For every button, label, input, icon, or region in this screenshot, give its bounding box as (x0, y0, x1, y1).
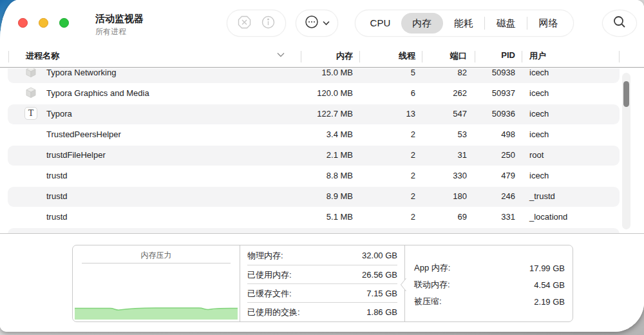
process-name-cell: Typora (46, 104, 72, 124)
extension-cube-icon (24, 68, 39, 80)
ports-cell: 69 (458, 207, 467, 227)
tab-energy[interactable]: 能耗 (443, 13, 485, 34)
zoom-button[interactable] (59, 18, 69, 28)
pid-cell: 246 (501, 186, 515, 207)
stat-label: 物理内存: (247, 250, 283, 262)
stat-value: 7.15 GB (366, 289, 397, 298)
tab-memory[interactable]: 内存 (401, 13, 443, 34)
tab-network[interactable]: 网络 (527, 13, 569, 34)
memory-stats-box: 内存压力 物理内存:32.00 GB 已使用内存:26.56 GB 已缓存文件:… (72, 245, 573, 322)
process-name-cell: trustd (46, 207, 68, 227)
threads-cell: 5 (411, 68, 415, 83)
stat-value: 32.00 GB (362, 251, 397, 260)
pid-cell: 498 (501, 124, 515, 145)
typora-app-icon: T (24, 107, 39, 121)
threads-cell: 2 (411, 186, 415, 207)
window-title: 活动监视器 (95, 13, 144, 25)
stat-row: 已使用内存:26.56 GB (247, 265, 397, 284)
stat-row: 联动内存:4.54 GB (414, 276, 565, 293)
sort-chevron-down-icon[interactable] (277, 50, 285, 59)
stat-value: 26.56 GB (362, 270, 397, 280)
threads-cell: 2 (411, 145, 415, 166)
scrollbar-track[interactable] (622, 73, 630, 229)
scrollbar-thumb[interactable] (623, 81, 629, 107)
ellipsis-circle-icon (304, 14, 319, 32)
stat-value: 17.99 GB (529, 263, 565, 273)
column-header-threads[interactable]: 线程 (399, 50, 415, 62)
search-icon (612, 15, 627, 32)
column-divider (619, 51, 620, 62)
column-header-user[interactable]: 用户 (529, 50, 546, 62)
table-row[interactable]: trustd8.9 MB2180246_trustd (0, 186, 644, 207)
memory-cell: 5.1 MB (327, 207, 353, 227)
process-name-cell: trustd (46, 166, 68, 186)
threads-cell: 2 (411, 166, 415, 186)
stat-row: 已缓存文件:7.15 GB (247, 284, 397, 303)
memory-cell: 122.7 MB (317, 104, 353, 124)
table-rows: Typora Networking15.0 MB58250938icechTyp… (0, 68, 644, 233)
stat-label: 已使用的交换: (247, 307, 300, 318)
process-name-cell: trustd (46, 186, 68, 207)
close-button[interactable] (18, 18, 28, 28)
extension-cube-icon (24, 86, 39, 100)
column-divider (8, 51, 9, 62)
process-action-group (227, 10, 286, 37)
user-cell: icech (529, 104, 549, 124)
column-header-pid[interactable]: PID (501, 50, 515, 60)
user-cell: icech (529, 68, 549, 83)
pid-cell: 479 (501, 166, 515, 186)
pid-cell: 50938 (492, 68, 515, 83)
memory-breakdown-section: App 内存:17.99 GB 联动内存:4.54 GB 被压缩:2.19 GB (405, 245, 574, 321)
toolbar: 活动监视器 所有进程 (0, 0, 644, 45)
threads-cell: 2 (411, 207, 415, 227)
memory-cell: 8.9 MB (327, 186, 353, 207)
memory-cell: 3.4 MB (327, 124, 353, 145)
column-header-process-name[interactable]: 进程名称 (26, 50, 59, 62)
stat-label: 联动内存: (414, 279, 450, 291)
threads-cell: 2 (411, 124, 415, 145)
process-table: Typora Networking15.0 MB58250938icechTyp… (0, 68, 644, 233)
column-divider (522, 51, 522, 62)
memory-cell: 2.1 MB (327, 145, 353, 166)
memory-pressure-section: 内存压力 (73, 245, 240, 321)
stat-row: 已使用的交换:1.86 GB (247, 303, 397, 321)
memory-pressure-chart (75, 305, 238, 320)
ports-cell: 330 (453, 166, 467, 186)
more-options-button[interactable] (296, 10, 338, 37)
memory-pressure-title: 内存压力 (73, 250, 240, 261)
stat-row: 被压缩:2.19 GB (414, 293, 565, 310)
ports-cell: 180 (453, 186, 467, 207)
stat-label: 被压缩: (414, 296, 442, 307)
column-header-memory[interactable]: 内存 (336, 50, 353, 62)
memory-cell: 8.8 MB (327, 166, 353, 186)
ports-cell: 53 (458, 124, 467, 145)
user-cell: icech (529, 124, 549, 145)
process-name-cell: Typora Networking (46, 68, 116, 83)
chevron-down-icon (323, 18, 330, 28)
inspect-process-icon[interactable] (261, 15, 276, 32)
search-button[interactable] (602, 10, 637, 37)
ports-cell: 82 (458, 68, 467, 83)
table-row-partial[interactable] (0, 227, 644, 233)
table-row[interactable]: trustd8.8 MB2330479icech (0, 166, 644, 186)
table-row[interactable]: trustdFileHelper2.1 MB231250root (0, 145, 644, 166)
stop-process-icon[interactable] (237, 15, 252, 32)
activity-monitor-window: 活动监视器 所有进程 (0, 0, 644, 332)
table-row[interactable]: trustd5.1 MB269331_locationd (0, 207, 644, 227)
stat-label: 已缓存文件: (247, 288, 292, 300)
footer-panel: 内存压力 物理内存:32.00 GB 已使用内存:26.56 GB 已缓存文件:… (0, 234, 644, 332)
table-row[interactable]: TrustedPeersHelper3.4 MB253498icech (0, 124, 644, 145)
table-row[interactable]: TTypora122.7 MB1354750936icech (0, 104, 644, 124)
tab-disk[interactable]: 磁盘 (485, 13, 527, 34)
user-cell: root (529, 145, 544, 166)
minimize-button[interactable] (39, 18, 48, 28)
view-segmented-control: CPU 内存 能耗 磁盘 网络 (355, 10, 574, 37)
process-name-cell: TrustedPeersHelper (46, 124, 121, 145)
column-header-ports[interactable]: 端口 (450, 50, 467, 62)
table-row[interactable]: Typora Graphics and Media120.0 MB6262509… (0, 83, 644, 104)
table-row[interactable]: Typora Networking15.0 MB58250938icech (0, 68, 644, 83)
tab-cpu[interactable]: CPU (359, 13, 401, 34)
user-cell: _trustd (529, 186, 555, 207)
table-header: 进程名称 内存 线程 端口 PID 用户 (0, 45, 644, 68)
window-subtitle: 所有进程 (95, 26, 126, 37)
